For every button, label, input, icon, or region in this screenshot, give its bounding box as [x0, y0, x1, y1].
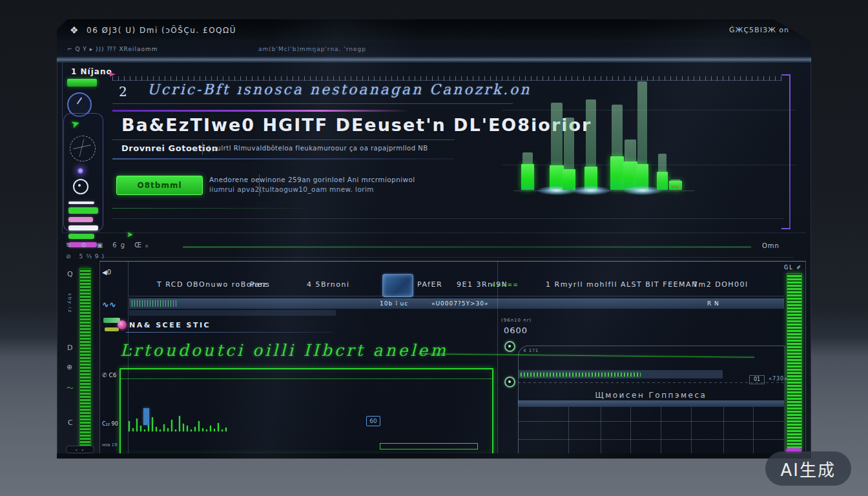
menubar	[57, 43, 811, 58]
baseline-glow	[623, 186, 662, 195]
divider-faint-line	[96, 257, 793, 258]
row-cell: R N	[707, 300, 719, 307]
compass-icon[interactable]: ⊕	[67, 363, 72, 371]
container-label: 4 1?1	[523, 348, 539, 353]
pill-stack	[68, 202, 98, 247]
rail-vertical-label: sby.iz	[67, 293, 72, 313]
glass-panel: ❖ 06 ØJ3( U) Dmi (ɔÖŠÇu. £OQΩÜ ĠЖÇ5ВІЗЖ …	[57, 19, 811, 459]
green-annotation: Ŀrtoudoutci oilli IIbcrt anelem	[120, 341, 448, 360]
column-header[interactable]: Pans	[250, 280, 271, 289]
glass-reflection	[57, 57, 811, 63]
green-arrow-icon[interactable]: ➤	[70, 231, 76, 240]
green-data-column[interactable]	[787, 273, 802, 450]
chart-bar	[563, 169, 575, 190]
table-row[interactable]: 10b ⠇uc «U0007?5Y>30» R N	[129, 298, 784, 309]
chart-bracket	[789, 74, 790, 229]
row-cell: 10b ⠇uc	[380, 300, 408, 307]
column-header[interactable]: PAfER	[417, 280, 442, 289]
subtitle-separator	[202, 142, 203, 155]
search-icon[interactable]: Q	[67, 270, 73, 278]
upper-frame-left	[62, 62, 63, 232]
eye-icon[interactable]	[504, 341, 515, 352]
primary-action-button[interactable]: O8tbmml	[116, 176, 203, 195]
disk-icon[interactable]: D	[67, 344, 72, 352]
clip-marker[interactable]	[143, 408, 149, 425]
timeline-right-label: Omn	[762, 242, 780, 249]
upper-frame-bottom	[62, 232, 806, 233]
track-label: 1 Níjano	[71, 67, 112, 76]
glow-dot-indicator	[78, 168, 83, 174]
status-pill[interactable]	[68, 225, 98, 231]
table-grid	[518, 407, 784, 453]
empty-table-message: Щмоисен Гоппэмеса	[518, 391, 784, 400]
table-row-partial[interactable]	[129, 310, 336, 316]
script-underline	[112, 103, 513, 104]
globe-icon[interactable]	[70, 136, 96, 161]
speaker-icon[interactable]: ◀0	[102, 269, 111, 276]
window-title: 06 ØJ3( U) Dmi (ɔÖŠÇu. £OQΩÜ	[87, 26, 236, 35]
yellow-meter	[105, 327, 119, 331]
column-header[interactable]: 1 Rmyrll mohlfll ALST BIT FEEMAN	[546, 280, 698, 289]
green-arrow-icon[interactable]: ➤	[127, 230, 133, 239]
body-text-line1: Anedorene oewinone 259an gorinloel Ani m…	[209, 176, 415, 183]
subtitle-bold: Drovnrei Gotoetion	[121, 143, 218, 153]
header-divider	[129, 296, 784, 296]
sequencer-topline	[121, 378, 492, 379]
stamp-thumbnail	[382, 274, 413, 297]
header-green-dashes: ≡≡≡≡≡	[491, 282, 519, 288]
rail-status-pill: • •	[66, 446, 94, 453]
status-toggle[interactable]: ĠЖÇ5ВІЗЖ on	[729, 26, 789, 34]
subtitle-underline	[112, 158, 455, 160]
moon-icon[interactable]: C	[68, 418, 73, 427]
status-pill[interactable]	[68, 207, 98, 214]
sequencer-region[interactable]: 60	[119, 368, 493, 455]
green-column-header: GL ✐	[784, 265, 802, 271]
hero-index: 2	[119, 84, 127, 99]
target-icon[interactable]	[73, 179, 88, 194]
left-data-strip	[79, 268, 91, 450]
chart-bar	[623, 161, 637, 190]
row-note: «730»	[769, 376, 788, 382]
value-badge: 60	[366, 416, 380, 426]
decor-wide-line	[112, 218, 784, 219]
baseline-glow	[572, 186, 610, 195]
menu-group-right[interactable]: am(b'Mcl'b)mmŋap'rna. 'rnegp	[258, 46, 366, 52]
column-header[interactable]: 7m2 DOH00l	[693, 280, 749, 289]
section-underline	[126, 332, 333, 333]
green-data-dashes	[521, 373, 641, 377]
waveform-icon[interactable]: ∿∿	[102, 300, 116, 309]
titlebar: ❖ 06 ØJ3( U) Dmi (ɔÖŠÇu. £OQΩÜ ĠЖÇ5ВІЗЖ …	[57, 19, 811, 43]
dashed-divider	[518, 382, 784, 383]
body-text-line2: iiumrui apva2(tultaoguw10_oam mnew. lori…	[209, 185, 374, 193]
min-label: ᴍɪɴ 19	[102, 442, 117, 448]
column-header[interactable]: 4 5Brnoni	[307, 280, 350, 289]
phone-icon[interactable]: ✆ C6	[102, 372, 116, 378]
chart-bar	[521, 164, 534, 190]
table-row[interactable]	[518, 400, 784, 407]
sidebar-green-button[interactable]	[67, 79, 97, 87]
chart-note: Vro	[672, 185, 679, 190]
app-logo-icon: ❖	[70, 25, 78, 36]
panel-bottom-edge	[57, 453, 811, 459]
toolbar-icons-row1[interactable]: ↻ ⚙ ▣ 6ɡ Œ₀	[66, 242, 152, 249]
chart-bar	[610, 156, 624, 190]
right-section-divider	[497, 262, 498, 454]
hero-script-line: Ucric-Bft ısnosca nestoanagan Canozrk.on	[147, 81, 531, 98]
toolbar-icons-row2[interactable]: ⊘ 5⅔9)	[66, 253, 107, 260]
title-divider	[112, 140, 455, 140]
wave-icon[interactable]: 〜	[67, 382, 74, 393]
status-pill[interactable]	[68, 217, 93, 222]
menu-group-left[interactable]: ⌐ Q Y ▸ ))) ⁇? XReilaomm	[67, 46, 158, 52]
section-title: NA& SCEE STIC	[129, 321, 211, 329]
right-tiny-label: (96n10 nr)	[501, 318, 532, 323]
eye-icon[interactable]	[504, 377, 515, 388]
decor-green-line	[112, 208, 306, 209]
record-dot-icon[interactable]	[118, 320, 127, 329]
status-pill[interactable]	[68, 202, 94, 204]
purple-divider	[112, 110, 409, 112]
scene: ❖ 06 ØJ3( U) Dmi (ɔÖŠÇu. £OQΩÜ ĠЖÇ5ВІЗЖ …	[0, 0, 868, 496]
bar-chart	[513, 78, 694, 194]
watermark-badge: AI生成	[765, 451, 851, 486]
row-cell: «U0007?5Y>30»	[431, 300, 489, 307]
row-green-ticks	[132, 300, 177, 307]
